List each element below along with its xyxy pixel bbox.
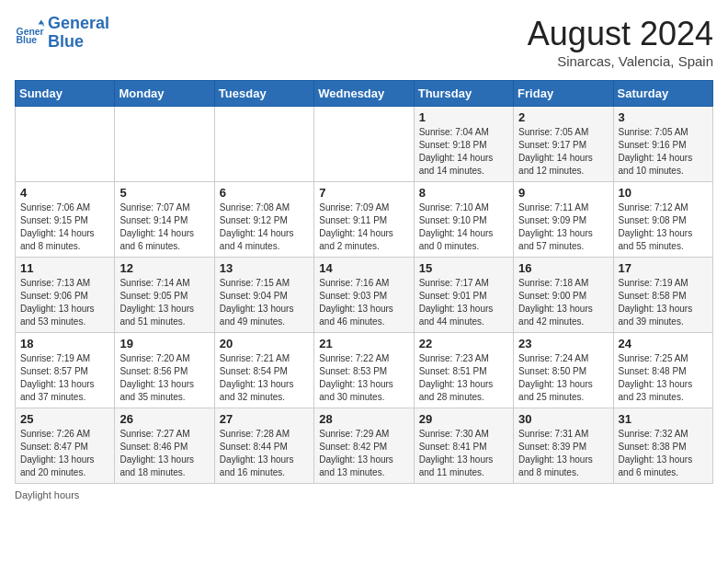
calendar-day-cell: 29Sunrise: 7:30 AMSunset: 8:41 PMDayligh… [414, 408, 513, 484]
day-number: 3 [619, 110, 708, 124]
calendar-day-header: Wednesday [314, 81, 414, 107]
calendar-day-cell: 31Sunrise: 7:32 AMSunset: 8:38 PMDayligh… [613, 408, 712, 484]
day-info: Sunrise: 7:06 AMSunset: 9:15 PMDaylight:… [20, 201, 109, 253]
calendar-day-cell: 13Sunrise: 7:15 AMSunset: 9:04 PMDayligh… [214, 258, 313, 333]
day-number: 20 [220, 337, 309, 350]
page-header: General Blue General Blue August 2024 Si… [15, 15, 713, 69]
day-info: Sunrise: 7:22 AMSunset: 8:53 PMDaylight:… [319, 352, 408, 404]
logo-icon: General Blue [15, 18, 44, 48]
day-number: 16 [518, 261, 608, 275]
calendar-week-row: 1Sunrise: 7:04 AMSunset: 9:18 PMDaylight… [16, 107, 713, 182]
day-number: 10 [619, 186, 708, 200]
calendar-week-row: 4Sunrise: 7:06 AMSunset: 9:15 PMDaylight… [16, 182, 713, 258]
day-info: Sunrise: 7:08 AMSunset: 9:12 PMDaylight:… [220, 201, 309, 253]
calendar-day-cell: 26Sunrise: 7:27 AMSunset: 8:46 PMDayligh… [115, 408, 214, 484]
calendar-table: SundayMondayTuesdayWednesdayThursdayFrid… [15, 80, 713, 484]
day-info: Sunrise: 7:27 AMSunset: 8:46 PMDaylight:… [119, 428, 209, 479]
day-number: 21 [319, 337, 408, 350]
calendar-day-cell [214, 107, 313, 182]
day-info: Sunrise: 7:29 AMSunset: 8:42 PMDaylight:… [319, 428, 408, 479]
calendar-day-cell: 17Sunrise: 7:19 AMSunset: 8:58 PMDayligh… [613, 258, 712, 333]
day-number: 22 [419, 337, 508, 350]
day-info: Sunrise: 7:11 AMSunset: 9:09 PMDaylight:… [518, 201, 608, 253]
day-number: 17 [619, 261, 708, 275]
calendar-day-cell: 6Sunrise: 7:08 AMSunset: 9:12 PMDaylight… [214, 182, 313, 258]
day-number: 12 [119, 261, 209, 275]
calendar-day-cell: 2Sunrise: 7:05 AMSunset: 9:17 PMDaylight… [514, 107, 613, 182]
calendar-day-cell: 9Sunrise: 7:11 AMSunset: 9:09 PMDaylight… [514, 182, 613, 258]
day-number: 1 [419, 110, 508, 124]
calendar-day-header: Thursday [414, 81, 513, 107]
day-info: Sunrise: 7:25 AMSunset: 8:48 PMDaylight:… [619, 352, 708, 404]
day-number: 28 [319, 412, 408, 426]
day-number: 31 [619, 412, 708, 426]
day-info: Sunrise: 7:16 AMSunset: 9:03 PMDaylight:… [319, 277, 408, 328]
calendar-day-cell: 22Sunrise: 7:23 AMSunset: 8:51 PMDayligh… [414, 333, 513, 408]
day-info: Sunrise: 7:26 AMSunset: 8:47 PMDaylight:… [20, 428, 109, 479]
day-number: 14 [319, 261, 408, 275]
day-number: 24 [619, 337, 708, 350]
day-number: 11 [20, 261, 109, 275]
calendar-day-header: Monday [115, 81, 214, 107]
day-info: Sunrise: 7:04 AMSunset: 9:18 PMDaylight:… [419, 126, 508, 178]
calendar-day-cell: 5Sunrise: 7:07 AMSunset: 9:14 PMDaylight… [115, 182, 214, 258]
day-number: 25 [20, 412, 109, 426]
day-number: 6 [220, 186, 309, 200]
title-block: August 2024 Sinarcas, Valencia, Spain [528, 15, 713, 69]
day-info: Sunrise: 7:32 AMSunset: 8:38 PMDaylight:… [619, 428, 708, 479]
calendar-day-cell: 20Sunrise: 7:21 AMSunset: 8:54 PMDayligh… [214, 333, 313, 408]
calendar-week-row: 18Sunrise: 7:19 AMSunset: 8:57 PMDayligh… [16, 333, 713, 408]
calendar-day-cell: 8Sunrise: 7:10 AMSunset: 9:10 PMDaylight… [414, 182, 513, 258]
calendar-day-cell: 25Sunrise: 7:26 AMSunset: 8:47 PMDayligh… [16, 408, 115, 484]
calendar-day-cell: 10Sunrise: 7:12 AMSunset: 9:08 PMDayligh… [613, 182, 712, 258]
day-info: Sunrise: 7:19 AMSunset: 8:58 PMDaylight:… [619, 277, 708, 328]
day-info: Sunrise: 7:19 AMSunset: 8:57 PMDaylight:… [20, 352, 109, 404]
day-number: 23 [518, 337, 608, 350]
logo-line1: General [48, 15, 109, 33]
calendar-day-header: Saturday [613, 81, 712, 107]
day-info: Sunrise: 7:20 AMSunset: 8:56 PMDaylight:… [119, 352, 209, 404]
day-info: Sunrise: 7:23 AMSunset: 8:51 PMDaylight:… [419, 352, 508, 404]
day-number: 30 [518, 412, 608, 426]
calendar-day-cell [314, 107, 414, 182]
calendar-day-header: Sunday [16, 81, 115, 107]
svg-marker-2 [39, 19, 44, 24]
day-info: Sunrise: 7:31 AMSunset: 8:39 PMDaylight:… [518, 428, 608, 479]
calendar-day-cell: 1Sunrise: 7:04 AMSunset: 9:18 PMDaylight… [414, 107, 513, 182]
day-number: 26 [119, 412, 209, 426]
day-info: Sunrise: 7:14 AMSunset: 9:05 PMDaylight:… [119, 277, 209, 328]
day-number: 18 [20, 337, 109, 350]
calendar-week-row: 11Sunrise: 7:13 AMSunset: 9:06 PMDayligh… [16, 258, 713, 333]
day-info: Sunrise: 7:05 AMSunset: 9:17 PMDaylight:… [518, 126, 608, 178]
calendar-day-cell: 23Sunrise: 7:24 AMSunset: 8:50 PMDayligh… [514, 333, 613, 408]
day-info: Sunrise: 7:05 AMSunset: 9:16 PMDaylight:… [619, 126, 708, 178]
day-info: Sunrise: 7:13 AMSunset: 9:06 PMDaylight:… [20, 277, 109, 328]
calendar-day-header: Tuesday [214, 81, 313, 107]
calendar-day-cell: 7Sunrise: 7:09 AMSunset: 9:11 PMDaylight… [314, 182, 414, 258]
calendar-day-cell: 21Sunrise: 7:22 AMSunset: 8:53 PMDayligh… [314, 333, 414, 408]
day-info: Sunrise: 7:09 AMSunset: 9:11 PMDaylight:… [319, 201, 408, 253]
calendar-day-cell: 28Sunrise: 7:29 AMSunset: 8:42 PMDayligh… [314, 408, 414, 484]
calendar-day-cell: 11Sunrise: 7:13 AMSunset: 9:06 PMDayligh… [16, 258, 115, 333]
calendar-day-cell: 3Sunrise: 7:05 AMSunset: 9:16 PMDaylight… [613, 107, 712, 182]
day-number: 8 [419, 186, 508, 200]
day-number: 27 [220, 412, 309, 426]
calendar-day-cell: 16Sunrise: 7:18 AMSunset: 9:00 PMDayligh… [514, 258, 613, 333]
day-number: 7 [319, 186, 408, 200]
day-info: Sunrise: 7:12 AMSunset: 9:08 PMDaylight:… [619, 201, 708, 253]
day-info: Sunrise: 7:07 AMSunset: 9:14 PMDaylight:… [119, 201, 209, 253]
day-number: 2 [518, 110, 608, 124]
calendar-day-cell: 27Sunrise: 7:28 AMSunset: 8:44 PMDayligh… [214, 408, 313, 484]
day-number: 5 [119, 186, 209, 200]
calendar-day-cell: 30Sunrise: 7:31 AMSunset: 8:39 PMDayligh… [514, 408, 613, 484]
logo-line2: Blue [48, 33, 109, 52]
day-info: Sunrise: 7:10 AMSunset: 9:10 PMDaylight:… [419, 201, 508, 253]
calendar-day-cell: 4Sunrise: 7:06 AMSunset: 9:15 PMDaylight… [16, 182, 115, 258]
calendar-day-cell [16, 107, 115, 182]
day-number: 19 [119, 337, 209, 350]
calendar-day-cell [115, 107, 214, 182]
day-info: Sunrise: 7:17 AMSunset: 9:01 PMDaylight:… [419, 277, 508, 328]
month-year: August 2024 [528, 15, 713, 53]
day-number: 9 [518, 186, 608, 200]
day-info: Sunrise: 7:15 AMSunset: 9:04 PMDaylight:… [220, 277, 309, 328]
